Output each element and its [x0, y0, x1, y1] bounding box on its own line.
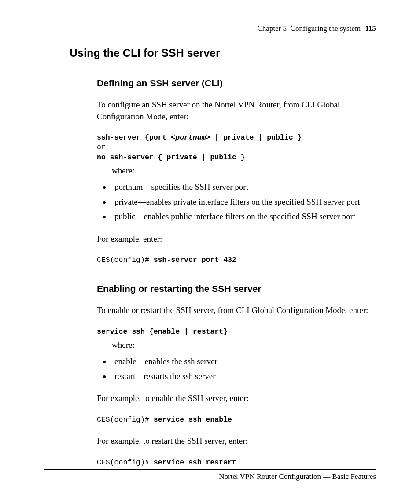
chapter-title: Configuring the system [288, 24, 361, 33]
code-prompt: CES(config)# [97, 416, 154, 424]
page-header: Chapter 5 Configuring the system 115 [44, 24, 376, 35]
content-body: Defining an SSH server (CLI) To configur… [97, 78, 376, 467]
section-heading-1: Using the CLI for SSH server [70, 47, 376, 59]
code-block: CES(config)# service ssh enable [97, 415, 376, 425]
code-command: ssh-server port 432 [154, 256, 236, 264]
list-item: enable—enables the ssh server [111, 355, 376, 368]
code-text: > | private | public } [206, 133, 302, 142]
code-prompt: CES(config)# [97, 458, 154, 467]
bullet-list: enable—enables the ssh server restart—re… [97, 355, 376, 382]
code-block: service ssh {enable | restart} [97, 327, 376, 337]
chapter-label: Chapter 5 [258, 24, 287, 33]
paragraph: To configure an SSH server on the Nortel… [97, 99, 376, 122]
code-text: or [97, 143, 106, 151]
code-command: service ssh enable [154, 416, 232, 424]
code-block: CES(config)# ssh-server port 432 [97, 255, 376, 265]
paragraph: For example, to enable the SSH server, e… [97, 393, 376, 405]
code-block: ssh-server {port <portnum> | private | p… [97, 133, 376, 162]
where-label: where: [112, 340, 376, 350]
paragraph: For example, enter: [97, 233, 376, 245]
code-prompt: CES(config)# [97, 256, 154, 264]
code-text: ssh-server {port < [97, 133, 175, 142]
bullet-list: portnum—specifies the SSH server port pr… [97, 181, 376, 223]
page-number: 115 [365, 24, 376, 33]
list-item: portnum—specifies the SSH server port [111, 181, 376, 193]
subsection-heading: Defining an SSH server (CLI) [97, 78, 376, 88]
subsection-heading: Enabling or restarting the SSH server [97, 283, 376, 294]
code-text: service ssh {enable | restart} [97, 327, 228, 336]
list-item: private—enables private interface filter… [111, 196, 376, 208]
code-variable: portnum [175, 133, 206, 142]
code-text: no ssh-server { private | public } [97, 153, 245, 162]
list-item: public—enables public interface filters … [111, 210, 376, 223]
list-item: restart—restarts the ssh server [111, 370, 376, 383]
paragraph: For example, to restart the SSH server, … [97, 435, 376, 447]
where-label: where: [112, 166, 376, 176]
page: Chapter 5 Configuring the system 115 Usi… [0, 0, 420, 504]
code-block: CES(config)# service ssh restart [97, 458, 376, 467]
page-footer: Nortel VPN Router Configuration — Basic … [44, 469, 376, 481]
paragraph: To enable or restart the SSH server, fro… [97, 305, 376, 316]
code-command: service ssh restart [154, 458, 236, 467]
